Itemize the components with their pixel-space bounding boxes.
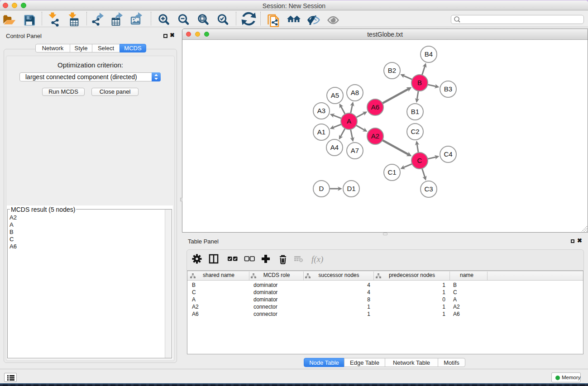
svg-text:f(x): f(x) bbox=[311, 254, 323, 264]
svg-text:C2: C2 bbox=[411, 128, 419, 135]
svg-text:A8: A8 bbox=[351, 89, 359, 96]
svg-text:A1: A1 bbox=[317, 128, 325, 136]
svg-text:A4: A4 bbox=[330, 143, 339, 151]
svg-text:B: B bbox=[417, 79, 422, 86]
svg-text:A5: A5 bbox=[331, 91, 339, 99]
svg-text:A: A bbox=[347, 117, 351, 125]
svg-text:C1: C1 bbox=[387, 168, 396, 176]
svg-text:A2: A2 bbox=[371, 132, 379, 140]
svg-text:A3: A3 bbox=[317, 107, 325, 114]
svg-text:A6: A6 bbox=[371, 103, 379, 111]
svg-text:C4: C4 bbox=[444, 150, 452, 158]
svg-text:B2: B2 bbox=[388, 67, 396, 74]
svg-text:B3: B3 bbox=[444, 85, 452, 93]
svg-text:D1: D1 bbox=[347, 185, 355, 192]
svg-text:A7: A7 bbox=[351, 147, 359, 154]
svg-text:C3: C3 bbox=[424, 185, 433, 193]
svg-text:C: C bbox=[417, 157, 422, 164]
svg-text:B1: B1 bbox=[411, 108, 419, 115]
svg-text:D: D bbox=[319, 185, 324, 192]
svg-text:B4: B4 bbox=[425, 50, 433, 58]
